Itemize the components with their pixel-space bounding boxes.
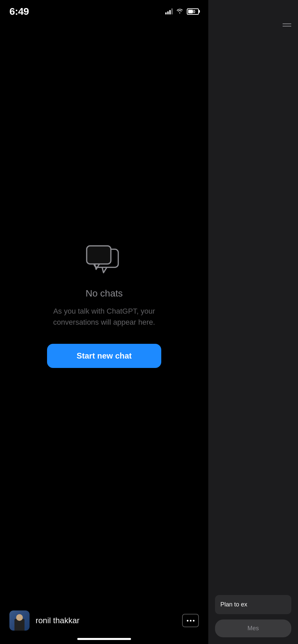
user-info: ronil thakkar [9,610,80,631]
menu-icon[interactable] [283,23,291,26]
status-icons: 50 [165,8,199,15]
menu-line-2 [283,26,291,26]
content-area: No chats As you talk with ChatGPT, your … [0,20,208,644]
signal-bar-3 [169,10,171,14]
menu-line-1 [283,23,291,24]
signal-bar-1 [165,12,167,14]
battery-percentage: 50 [190,9,195,14]
main-screen: 6:49 50 [0,0,208,644]
home-indicator [77,638,131,640]
right-panel-card-text: Plan to ex [220,601,247,608]
right-panel-bottom: Plan to ex Mes [208,588,298,644]
no-chats-icon [84,243,124,277]
dot-2 [190,620,191,622]
avatar-head [16,614,23,621]
signal-bar-2 [167,11,169,14]
wifi-icon [176,8,183,15]
username-label: ronil thakkar [36,616,80,625]
battery-container: 50 [187,8,199,15]
right-panel: Plan to ex Mes [208,0,298,644]
avatar [9,610,30,631]
right-panel-card: Plan to ex [215,595,291,614]
start-new-chat-button[interactable]: Start new chat [47,344,161,368]
avatar-image [9,610,30,631]
svg-rect-1 [87,246,111,264]
no-chats-subtitle: As you talk with ChatGPT, your conversat… [47,306,161,328]
dot-3 [193,620,195,622]
status-bar: 6:49 50 [0,0,208,20]
status-time: 6:49 [9,6,29,17]
signal-bar-4 [171,8,173,14]
avatar-figure [14,619,25,631]
more-options-button[interactable] [182,614,199,627]
dot-1 [187,620,188,622]
right-panel-header [208,0,298,33]
message-button[interactable]: Mes [215,620,291,637]
signal-bars-icon [165,8,173,14]
battery-icon: 50 [187,8,199,15]
no-chats-title: No chats [86,288,123,299]
